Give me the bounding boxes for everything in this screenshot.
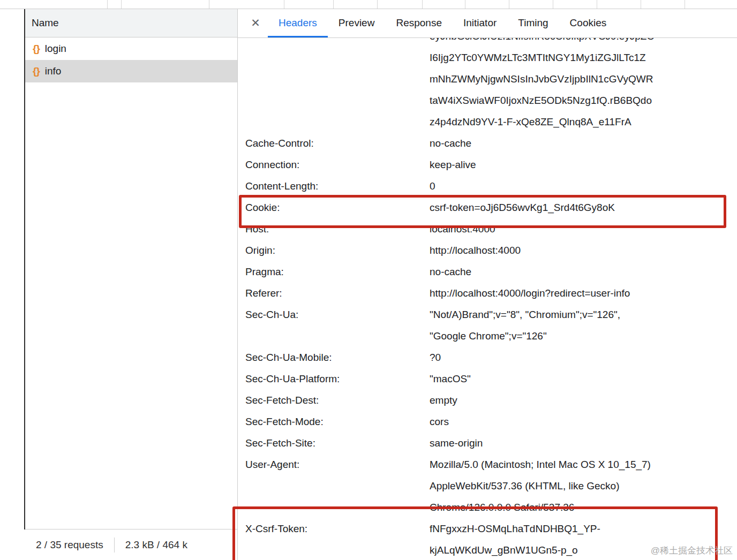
request-list-sidebar: Name {}login{}info 2 / 35 requests 2.3 k…: [25, 9, 237, 560]
header-row: Cache-Control:no-cache: [238, 133, 737, 154]
requests-count: 2 / 35 requests: [25, 539, 114, 551]
header-value-line: "Google Chrome";v="126": [430, 326, 723, 347]
close-icon[interactable]: ✕: [243, 9, 268, 37]
header-value-line: 0: [430, 176, 723, 197]
tab-response[interactable]: Response: [385, 9, 453, 37]
header-name: Pragma:: [245, 261, 430, 283]
network-table-top-sliver: [0, 0, 737, 9]
table-column-divider: [465, 0, 465, 9]
request-row-login[interactable]: {}login: [25, 37, 237, 60]
table-column-divider: [597, 0, 597, 9]
header-name: X-Csrf-Token:: [245, 518, 430, 560]
network-summary-bar: 2 / 35 requests 2.3 kB / 464 k: [25, 529, 237, 560]
watermark-text: @稀土掘金技术社区: [651, 544, 733, 557]
header-row: Sec-Ch-Ua-Platform:"macOS": [238, 368, 737, 390]
header-name: Host:: [245, 218, 430, 240]
detail-tabs: HeadersPreviewResponseInitiatorTimingCoo…: [268, 9, 617, 37]
header-value-line: localhost:4000: [430, 218, 723, 240]
header-value-line: Chrome/126.0.0.0 Safari/537.36: [430, 497, 723, 518]
headers-detail-content[interactable]: eyJhbGciOiJIUzI1NiIsInR5cCI6IkpXVCJ9.eyJ…: [238, 26, 737, 560]
header-value-line: keep-alive: [430, 154, 723, 176]
header-value: no-cache: [430, 261, 737, 283]
request-list: {}login{}info: [25, 37, 237, 82]
header-value-line: I6Ijg2YTc0YWMzLTc3MTItNGY1My1iZGJlLTc1Z: [430, 47, 723, 69]
table-column-divider: [641, 0, 641, 9]
tab-timing[interactable]: Timing: [507, 9, 559, 37]
table-column-divider: [509, 0, 509, 9]
header-row: Cookie:csrf-token=oJj6D56wvKg1_Srd4t6Gy8…: [238, 197, 737, 218]
header-row: Sec-Ch-Ua:"Not/A)Brand";v="8", "Chromium…: [238, 304, 737, 347]
header-row: Sec-Fetch-Site:same-origin: [238, 433, 737, 454]
tab-preview[interactable]: Preview: [328, 9, 386, 37]
token-overflow: eyJhbGciOiJIUzI1NiIsInR5cCI6IkpXVCJ9.eyJ…: [430, 26, 737, 133]
header-value-line: mNhZWMyNjgwNSIsInJvbGVzIjpbIlN1cGVyQWR: [430, 69, 723, 90]
header-value-line: no-cache: [430, 261, 723, 283]
table-column-divider: [333, 0, 334, 9]
sidebar-detail-divider[interactable]: [237, 9, 238, 560]
header-value-line: z4p4dzNd9YV-1-F-xQe8ZE_Qlnq8A_e11FrA: [430, 111, 723, 133]
detail-tabbar: ✕ HeadersPreviewResponseInitiatorTimingC…: [238, 9, 737, 38]
header-name: Sec-Ch-Ua-Mobile:: [245, 347, 430, 368]
devtools-network-panel: Name {}login{}info 2 / 35 requests 2.3 k…: [0, 0, 737, 560]
header-row: Referer:http://localhost:4000/login?redi…: [238, 283, 737, 304]
header-name: Sec-Ch-Ua-Platform:: [245, 368, 430, 390]
header-name: Referer:: [245, 283, 430, 304]
table-column-divider: [107, 0, 108, 9]
header-name: Sec-Fetch-Site:: [245, 433, 430, 454]
header-value: csrf-token=oJj6D56wvKg1_Srd4t6Gy8oK: [430, 197, 737, 218]
header-value-line: http://localhost:4000: [430, 240, 723, 261]
curly-braces-icon: {}: [33, 43, 40, 55]
header-row: Content-Length:0: [238, 176, 737, 197]
header-row: Pragma:no-cache: [238, 261, 737, 283]
header-name: Cache-Control:: [245, 133, 430, 154]
header-value: keep-alive: [430, 154, 737, 176]
header-value: "Not/A)Brand";v="8", "Chromium";v="126",…: [430, 304, 737, 347]
header-row: Sec-Ch-Ua-Mobile:?0: [238, 347, 737, 368]
table-column-divider: [422, 0, 423, 9]
header-value-line: "macOS": [430, 368, 723, 390]
request-row-info[interactable]: {}info: [25, 60, 237, 82]
header-value-line: Mozilla/5.0 (Macintosh; Intel Mac OS X 1…: [430, 454, 723, 475]
tab-initiator[interactable]: Initiator: [453, 9, 507, 37]
header-value-line: cors: [430, 411, 723, 433]
table-column-divider: [121, 0, 122, 9]
header-value: Mozilla/5.0 (Macintosh; Intel Mac OS X 1…: [430, 454, 737, 518]
header-value: ?0: [430, 347, 737, 368]
header-value: empty: [430, 390, 737, 411]
table-column-divider: [377, 0, 378, 9]
header-value-line: csrf-token=oJj6D56wvKg1_Srd4t6Gy8oK: [430, 197, 723, 218]
curly-braces-icon: {}: [33, 65, 40, 77]
header-value-line: no-cache: [430, 133, 723, 154]
header-row: Origin:http://localhost:4000: [238, 240, 737, 261]
header-row: Sec-Fetch-Mode:cors: [238, 411, 737, 433]
header-value: no-cache: [430, 133, 737, 154]
header-value: http://localhost:4000: [430, 240, 737, 261]
table-column-divider: [553, 0, 553, 9]
header-value-line: "Not/A)Brand";v="8", "Chromium";v="126",: [430, 304, 723, 326]
header-value: http://localhost:4000/login?redirect=use…: [430, 283, 737, 304]
request-label: info: [45, 65, 62, 77]
table-column-divider: [685, 0, 685, 9]
tab-headers[interactable]: Headers: [268, 9, 328, 37]
header-name: Connection:: [245, 154, 430, 176]
header-value: "macOS": [430, 368, 737, 390]
transferred-size: 2.3 kB / 464 k: [115, 539, 198, 551]
header-value-line: taW4iXSwiaWF0IjoxNzE5ODk5Nzg1fQ.rB6BQdo: [430, 90, 723, 111]
request-detail-pane[interactable]: ✕ HeadersPreviewResponseInitiatorTimingC…: [238, 0, 737, 560]
header-row: Host:localhost:4000: [238, 218, 737, 240]
header-row: Sec-Fetch-Dest:empty: [238, 390, 737, 411]
header-value: same-origin: [430, 433, 737, 454]
header-name: User-Agent:: [245, 454, 430, 518]
panel-left-edge-line: [24, 0, 25, 529]
header-value-line: ?0: [430, 347, 723, 368]
header-name: Sec-Fetch-Mode:: [245, 411, 430, 433]
name-column-header[interactable]: Name: [25, 9, 237, 37]
header-row: User-Agent:Mozilla/5.0 (Macintosh; Intel…: [238, 454, 737, 518]
header-name: Cookie:: [245, 197, 430, 218]
tab-cookies[interactable]: Cookies: [559, 9, 618, 37]
table-column-divider: [284, 0, 284, 9]
header-value-line: fNFgxxzH-OSMqLhaTdNDHBQ1_YP-: [430, 518, 723, 540]
header-value: cors: [430, 411, 737, 433]
table-column-divider: [209, 0, 209, 9]
header-name: Sec-Fetch-Dest:: [245, 390, 430, 411]
